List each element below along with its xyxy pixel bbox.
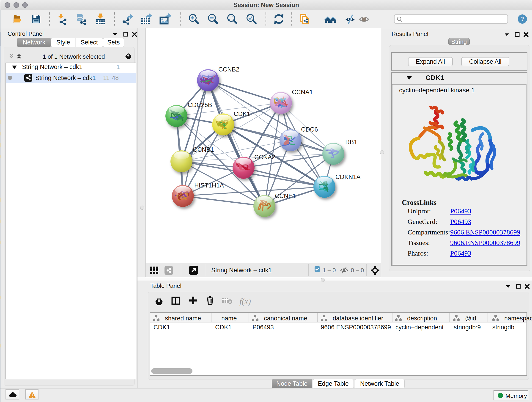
svg-text:?: ? bbox=[521, 15, 524, 23]
